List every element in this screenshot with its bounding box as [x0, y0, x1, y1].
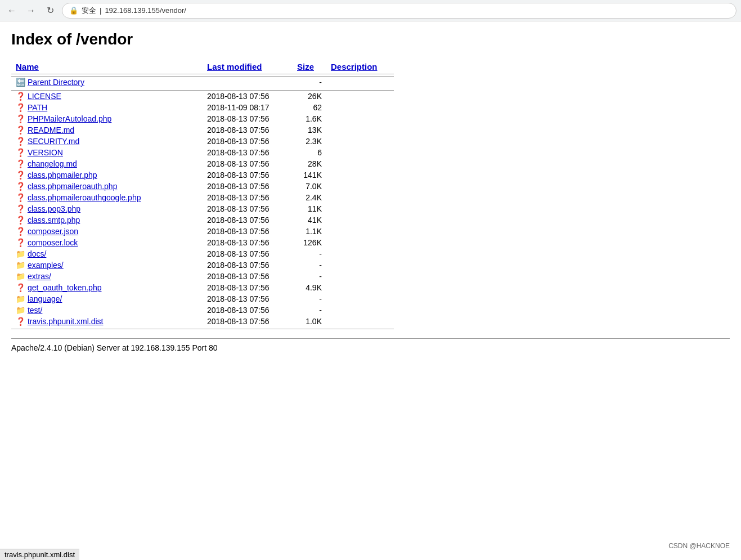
- file-link[interactable]: composer.lock: [28, 238, 78, 247]
- back-button[interactable]: ←: [5, 3, 19, 18]
- table-row: PATH 2018-11-09 08:17 62: [11, 102, 394, 113]
- file-modified: 2018-08-13 07:56: [203, 113, 293, 124]
- parent-directory-cell: Parent Directory: [11, 77, 203, 88]
- forward-button[interactable]: →: [24, 3, 38, 18]
- refresh-button[interactable]: ↻: [43, 3, 57, 18]
- file-link[interactable]: class.phpmaileroauthgoogle.php: [28, 193, 141, 202]
- security-icon: 🔒: [69, 6, 78, 15]
- table-row: VERSION 2018-08-13 07:56 6: [11, 147, 394, 158]
- file-link[interactable]: class.smtp.php: [28, 216, 80, 225]
- file-link[interactable]: SECURITY.md: [28, 137, 79, 146]
- file-name-cell: PHPMailerAutoload.php: [11, 113, 203, 124]
- file-size: 41K: [293, 214, 326, 226]
- file-size: 1.1K: [293, 226, 326, 237]
- file-name-cell: class.smtp.php: [11, 214, 203, 226]
- file-modified: 2018-08-13 07:56: [203, 192, 293, 203]
- file-icon: [16, 137, 25, 146]
- file-modified: 2018-08-13 07:56: [203, 316, 293, 327]
- file-name-cell: examples/: [11, 259, 203, 271]
- file-desc: [326, 271, 394, 282]
- file-link[interactable]: class.phpmailer.php: [28, 171, 97, 180]
- file-desc: [326, 147, 394, 158]
- file-link[interactable]: language/: [28, 294, 62, 303]
- file-name-cell: language/: [11, 293, 203, 304]
- file-icon: [16, 193, 25, 202]
- file-link[interactable]: changelog.md: [28, 159, 77, 168]
- address-separator: |: [100, 6, 101, 15]
- file-desc: [326, 203, 394, 214]
- file-link[interactable]: composer.json: [28, 227, 78, 236]
- file-link[interactable]: README.md: [28, 126, 74, 135]
- sort-by-size-link[interactable]: Size: [297, 62, 314, 71]
- file-list: Parent Directory - LICENSE 2018-08-13 07…: [11, 77, 394, 327]
- address-bar[interactable]: 🔒 安全 | 192.168.139.155/vendor/: [62, 3, 736, 19]
- file-desc: [326, 102, 394, 113]
- sort-by-desc-link[interactable]: Description: [331, 62, 378, 71]
- file-desc: [326, 192, 394, 203]
- table-row: get_oauth_token.php 2018-08-13 07:56 4.9…: [11, 282, 394, 293]
- file-size: 28K: [293, 158, 326, 169]
- file-name-cell: VERSION: [11, 147, 203, 158]
- file-modified: 2018-08-13 07:56: [203, 259, 293, 271]
- table-row: docs/ 2018-08-13 07:56 -: [11, 248, 394, 259]
- file-link[interactable]: class.pop3.php: [28, 204, 80, 213]
- file-desc: [326, 214, 394, 226]
- file-link[interactable]: docs/: [28, 249, 46, 258]
- file-desc: [326, 293, 394, 304]
- file-size: 6: [293, 147, 326, 158]
- parent-directory-row: Parent Directory -: [11, 77, 394, 88]
- file-desc: [326, 248, 394, 259]
- parent-directory-link[interactable]: Parent Directory: [28, 78, 84, 87]
- file-desc: [326, 113, 394, 124]
- sort-by-name-link[interactable]: Name: [16, 62, 39, 71]
- table-row: test/ 2018-08-13 07:56 -: [11, 304, 394, 316]
- file-desc: [326, 124, 394, 136]
- file-modified: 2018-08-13 07:56: [203, 237, 293, 248]
- file-link[interactable]: class.phpmaileroauth.php: [28, 182, 118, 191]
- file-link[interactable]: VERSION: [28, 148, 63, 157]
- file-name-cell: SECURITY.md: [11, 136, 203, 147]
- table-row: composer.json 2018-08-13 07:56 1.1K: [11, 226, 394, 237]
- parent-desc: [326, 77, 394, 88]
- table-row: travis.phpunit.xml.dist 2018-08-13 07:56…: [11, 316, 394, 327]
- file-size: 1.6K: [293, 113, 326, 124]
- file-link[interactable]: travis.phpunit.xml.dist: [28, 317, 104, 326]
- browser-chrome: ← → ↻ 🔒 安全 | 192.168.139.155/vendor/: [0, 0, 741, 21]
- security-label: 安全: [82, 6, 96, 16]
- file-link[interactable]: PATH: [28, 103, 47, 112]
- file-modified: 2018-08-13 07:56: [203, 248, 293, 259]
- file-link[interactable]: examples/: [28, 261, 64, 270]
- file-name-cell: docs/: [11, 248, 203, 259]
- table-row: SECURITY.md 2018-08-13 07:56 2.3K: [11, 136, 394, 147]
- file-modified: 2018-08-13 07:56: [203, 124, 293, 136]
- file-name-cell: PATH: [11, 102, 203, 113]
- file-icon: [16, 216, 25, 225]
- table-row: changelog.md 2018-08-13 07:56 28K: [11, 158, 394, 169]
- file-name-cell: class.phpmaileroauth.php: [11, 181, 203, 192]
- file-link[interactable]: test/: [28, 306, 42, 315]
- file-link[interactable]: extras/: [28, 272, 51, 281]
- file-link[interactable]: LICENSE: [28, 92, 61, 101]
- file-desc: [326, 181, 394, 192]
- file-name-cell: changelog.md: [11, 158, 203, 169]
- file-icon: [16, 103, 25, 112]
- file-size: 62: [293, 102, 326, 113]
- col-header-name: Name: [11, 60, 203, 74]
- parent-icon: [16, 78, 25, 87]
- footer-text: Apache/2.4.10 (Debian) Server at 192.168…: [11, 338, 730, 352]
- file-size: -: [293, 248, 326, 259]
- file-icon: [16, 159, 25, 168]
- file-link[interactable]: PHPMailerAutoload.php: [28, 114, 111, 123]
- file-icon: [16, 171, 25, 180]
- file-icon: [16, 317, 25, 326]
- file-desc: [326, 316, 394, 327]
- file-size: -: [293, 271, 326, 282]
- file-link[interactable]: get_oauth_token.php: [28, 283, 102, 292]
- file-modified: 2018-08-13 07:56: [203, 271, 293, 282]
- file-modified: 2018-11-09 08:17: [203, 102, 293, 113]
- sort-by-modified-link[interactable]: Last modified: [207, 62, 262, 71]
- file-modified: 2018-08-13 07:56: [203, 158, 293, 169]
- folder-icon: [16, 261, 25, 270]
- file-icon: [16, 126, 25, 135]
- file-modified: 2018-08-13 07:56: [203, 282, 293, 293]
